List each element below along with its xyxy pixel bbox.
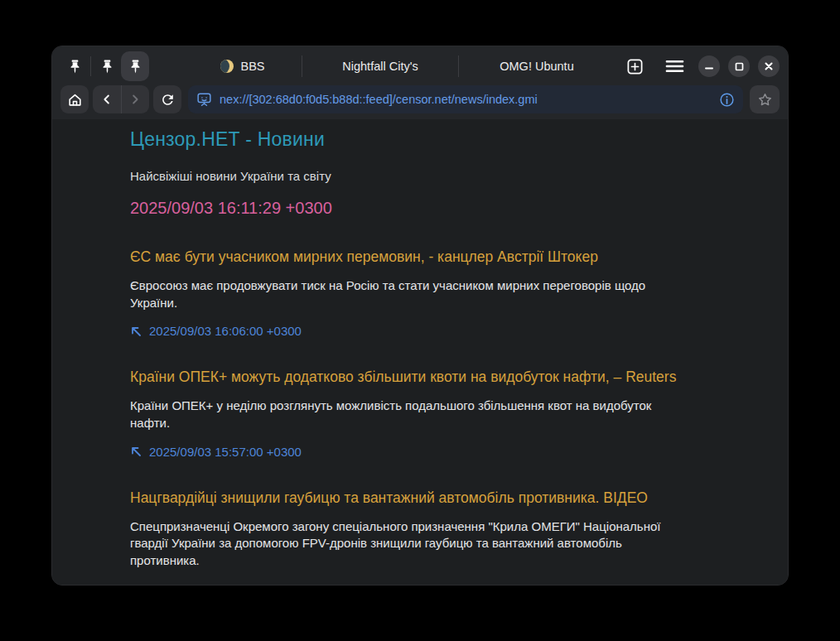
news-headline[interactable]: ЄС має бути учасником мирних перемовин, … <box>130 248 763 266</box>
url-text[interactable]: nex://[302:68d0:f0d5:b88d::feed]/censor.… <box>220 93 712 106</box>
pinned-tab-2[interactable] <box>93 51 121 81</box>
tab-bbs[interactable]: BBS <box>184 51 302 81</box>
terminal-monitor-icon <box>196 92 212 108</box>
news-timestamp-link[interactable]: 2025/09/03 15:47:00 +0300 <box>130 582 302 585</box>
hamburger-icon <box>665 59 684 74</box>
pin-icon <box>99 59 115 75</box>
news-headline[interactable]: Країни ОПЕК+ можуть додатково збільшити … <box>130 369 763 386</box>
pinned-tab-1[interactable] <box>60 51 89 81</box>
nw-arrow-icon <box>130 583 142 585</box>
news-summary: Країни ОПЕК+ у неділю розглянуть можливі… <box>130 398 683 431</box>
news-summary: Спецпризначенці Окремого загону спеціаль… <box>130 518 683 570</box>
back-button[interactable] <box>93 85 121 113</box>
nw-arrow-icon <box>130 325 142 337</box>
news-item: ЄС має бути учасником мирних перемовин, … <box>130 248 763 338</box>
news-link-label: 2025/09/03 15:47:00 +0300 <box>149 582 302 585</box>
close-icon <box>764 61 774 71</box>
feed-timestamp: 2025/09/03 16:11:29 +0300 <box>130 199 763 218</box>
news-link-label: 2025/09/03 15:57:00 +0300 <box>149 445 302 459</box>
news-timestamp-link[interactable]: 2025/09/03 15:57:00 +0300 <box>130 445 302 459</box>
window-controls <box>698 55 780 77</box>
star-icon <box>757 92 773 108</box>
bookmark-button[interactable] <box>750 85 780 113</box>
reload-icon <box>160 92 176 108</box>
news-link-label: 2025/09/03 16:06:00 +0300 <box>149 324 302 338</box>
home-button[interactable] <box>60 85 89 113</box>
tab-strip: BBS Nightfall City's OMG! Ubuntu <box>184 51 615 81</box>
news-summary: Євросоюз має продовжувати тиск на Росію … <box>130 277 683 311</box>
info-icon[interactable] <box>719 92 735 108</box>
pin-divider <box>90 56 91 76</box>
page-content: Цензор.НЕТ - Новини Найсвіжіші новини Ук… <box>52 119 788 585</box>
close-button[interactable] <box>758 55 780 77</box>
maximize-icon <box>735 62 744 71</box>
page-title: Цензор.НЕТ - Новини <box>130 128 763 151</box>
maximize-button[interactable] <box>728 55 750 77</box>
nw-arrow-icon <box>130 446 142 457</box>
forward-button[interactable] <box>121 85 149 113</box>
minimize-button[interactable] <box>698 55 720 77</box>
new-tab-button[interactable] <box>622 54 647 79</box>
tab-label: Nightfall City's <box>342 60 418 73</box>
news-timestamp-link[interactable]: 2025/09/03 16:06:00 +0300 <box>130 324 302 338</box>
news-headline[interactable]: Нацгвардійці знищили гаубицю та вантажни… <box>130 489 763 507</box>
home-icon <box>67 92 83 108</box>
tab-bar: BBS Nightfall City's OMG! Ubuntu <box>60 50 780 83</box>
pinned-tab-3-active[interactable] <box>121 51 149 81</box>
page-subtitle: Найсвіжіші новини України та світу <box>130 169 763 183</box>
news-item: Країни ОПЕК+ можуть додатково збільшити … <box>130 369 763 458</box>
reload-button[interactable] <box>153 85 181 113</box>
browser-window: BBS Nightfall City's OMG! Ubuntu <box>51 46 789 586</box>
moon-icon <box>220 60 234 73</box>
browser-chrome: BBS Nightfall City's OMG! Ubuntu <box>52 46 788 119</box>
news-item: Нацгвардійці знищили гаубицю та вантажни… <box>130 489 763 585</box>
pin-icon <box>67 59 83 75</box>
tab-nightfall-citys[interactable]: Nightfall City's <box>302 51 458 81</box>
pin-icon <box>128 59 143 75</box>
menu-button[interactable] <box>662 54 687 79</box>
navigation-bar: nex://[302:68d0:f0d5:b88d::feed]/censor.… <box>60 85 780 113</box>
tab-omg-ubuntu[interactable]: OMG! Ubuntu <box>459 51 615 81</box>
plus-icon <box>626 58 644 75</box>
url-bar[interactable]: nex://[302:68d0:f0d5:b88d::feed]/censor.… <box>188 85 743 113</box>
minimize-icon <box>704 61 714 71</box>
chevron-right-icon <box>128 92 142 107</box>
tab-label: BBS <box>240 60 264 73</box>
chevron-left-icon <box>99 92 114 107</box>
history-buttons <box>93 85 149 113</box>
tab-label: OMG! Ubuntu <box>500 60 573 73</box>
